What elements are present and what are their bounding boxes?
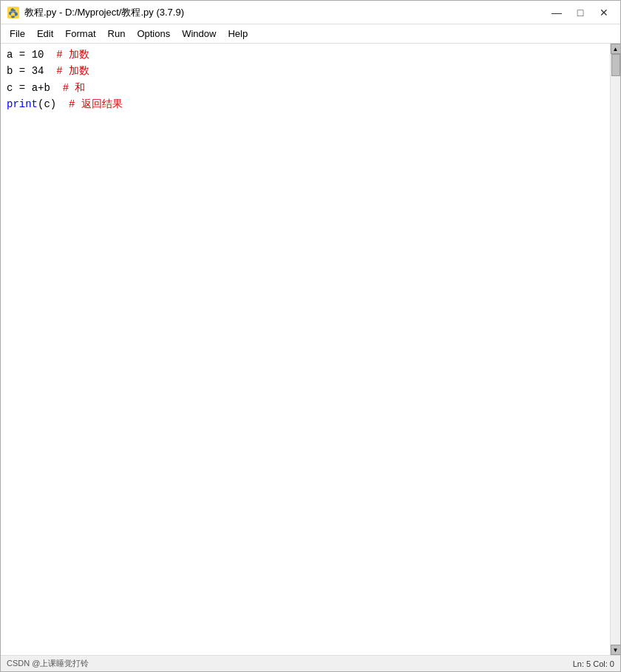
title-bar: 教程.py - D:/Myproject/教程.py (3.7.9) — □ ✕ <box>1 1 620 24</box>
menu-file[interactable]: File <box>4 27 31 41</box>
main-window: 教程.py - D:/Myproject/教程.py (3.7.9) — □ ✕… <box>0 0 621 672</box>
title-bar-left: 教程.py - D:/Myproject/教程.py (3.7.9) <box>7 6 184 19</box>
scroll-up-button[interactable]: ▲ <box>611 44 621 54</box>
status-watermark: CSDN @上课睡觉打铃 <box>7 658 573 669</box>
menu-edit[interactable]: Edit <box>31 27 59 41</box>
code-editor[interactable]: a = 10 # 加数 b = 34 # 加数 c = a+b # 和 prin… <box>1 44 610 655</box>
op-3: = <box>13 82 31 94</box>
menu-help[interactable]: Help <box>222 27 254 41</box>
menu-options[interactable]: Options <box>131 27 176 41</box>
code-line-2: b = 34 # 加数 <box>7 63 604 79</box>
paren-close: ) <box>50 98 56 110</box>
window-title: 教程.py - D:/Myproject/教程.py (3.7.9) <box>24 6 184 19</box>
menu-bar: File Edit Format Run Options Window Help <box>1 24 620 44</box>
var-b2: b <box>44 82 50 94</box>
python-icon <box>7 6 20 19</box>
code-line-4: print(c) # 返回结果 <box>7 96 604 112</box>
num-10: 10 <box>32 49 44 61</box>
var-c2: c <box>44 98 50 110</box>
menu-run[interactable]: Run <box>102 27 132 41</box>
op-1: = <box>13 49 31 61</box>
scroll-track[interactable] <box>611 54 620 645</box>
code-line-3: c = a+b # 和 <box>7 80 604 96</box>
menu-format[interactable]: Format <box>59 27 101 41</box>
close-button[interactable]: ✕ <box>594 4 614 21</box>
minimize-button[interactable]: — <box>546 4 567 21</box>
op-2: = <box>13 65 31 77</box>
scroll-down-button[interactable]: ▼ <box>611 645 621 655</box>
func-print: print <box>7 98 38 110</box>
comment-2: # 加数 <box>44 65 89 77</box>
status-position: Ln: 5 Col: 0 <box>573 659 614 668</box>
var-a2: a <box>32 82 38 94</box>
vertical-scrollbar[interactable]: ▲ ▼ <box>610 44 620 655</box>
editor-area: a = 10 # 加数 b = 34 # 加数 c = a+b # 和 prin… <box>1 44 620 655</box>
title-bar-controls: — □ ✕ <box>546 4 614 21</box>
comment-1: # 加数 <box>44 49 89 61</box>
comment-4: # 返回结果 <box>56 98 123 110</box>
num-34: 34 <box>32 65 44 77</box>
menu-window[interactable]: Window <box>176 27 222 41</box>
maximize-button[interactable]: □ <box>570 4 591 21</box>
status-bar: CSDN @上课睡觉打铃 Ln: 5 Col: 0 <box>1 655 620 671</box>
scroll-thumb[interactable] <box>611 54 620 76</box>
code-line-1: a = 10 # 加数 <box>7 47 604 63</box>
comment-3: # 和 <box>50 82 86 94</box>
